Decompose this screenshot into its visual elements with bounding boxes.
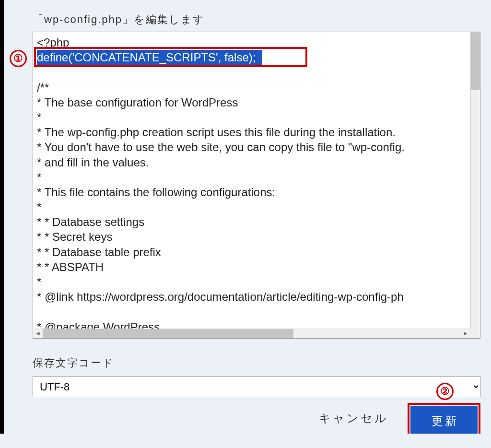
- cancel-button[interactable]: キャンセル: [319, 411, 388, 429]
- annotation-circle-1: ①: [10, 50, 27, 67]
- code-line: * * Database settings: [37, 214, 476, 229]
- code-line: *: [37, 274, 476, 289]
- code-line: /**: [37, 80, 476, 95]
- code-line: *: [37, 170, 476, 185]
- code-line: * and fill in the values.: [37, 155, 476, 170]
- code-line: *: [37, 200, 476, 214]
- scroll-right-icon[interactable]: ►: [461, 329, 470, 338]
- code-line: * You don't have to use the web site, yo…: [37, 140, 476, 154]
- scrollbar-corner: [470, 329, 480, 338]
- scroll-left-icon[interactable]: ◄: [33, 329, 43, 338]
- horizontal-scrollbar-thumb[interactable]: [43, 329, 293, 338]
- encoding-select[interactable]: UTF-8: [33, 376, 480, 397]
- update-button[interactable]: 更新: [410, 406, 478, 434]
- horizontal-scrollbar[interactable]: ◄ ►: [33, 329, 470, 338]
- code-line: * The wp-config.php creation script uses…: [37, 125, 476, 140]
- code-line: [37, 65, 476, 80]
- code-line: [37, 304, 476, 319]
- page-title: 「wp-config.php」を編集します: [33, 12, 483, 27]
- encoding-label: 保存文字コード: [33, 356, 483, 370]
- code-line: * * Secret keys: [37, 229, 476, 244]
- selected-code: define('CONCATENATE_SCRIPTS', false);: [37, 50, 256, 65]
- vertical-scrollbar-thumb[interactable]: [471, 32, 480, 90]
- code-editor[interactable]: <?php define('CONCATENATE_SCRIPTS', fals…: [33, 32, 480, 339]
- code-line: <?php: [37, 35, 476, 50]
- vertical-scrollbar[interactable]: [470, 32, 480, 329]
- code-line: * The base configuration for WordPress: [37, 95, 476, 110]
- code-line: *: [37, 110, 476, 125]
- code-line: * * Database table prefix: [37, 245, 476, 259]
- code-line: * * ABSPATH: [37, 259, 476, 274]
- code-line: * @link https://wordpress.org/documentat…: [37, 289, 476, 304]
- code-line: * This file contains the following confi…: [37, 185, 476, 200]
- annotation-circle-2: ②: [436, 383, 454, 400]
